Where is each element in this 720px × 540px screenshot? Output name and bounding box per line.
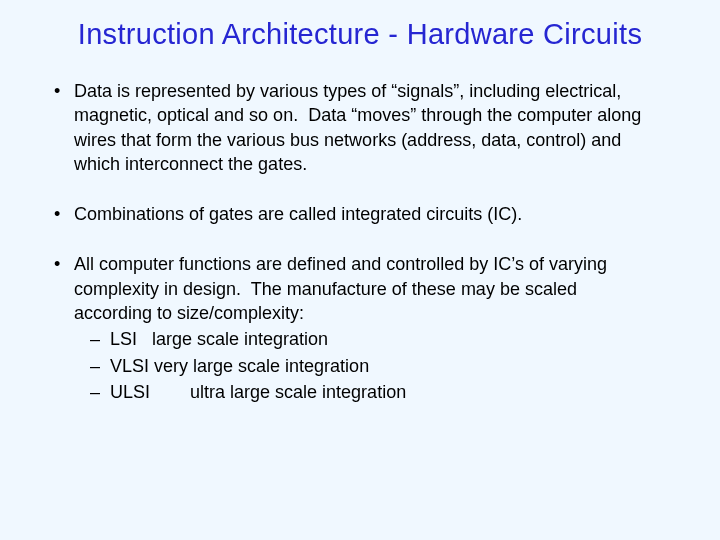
bullet-item: Combinations of gates are called integra… (74, 202, 688, 226)
bullet-item: Data is represented by various types of … (74, 79, 688, 176)
sub-bullet-item: LSI large scale integration (110, 327, 658, 351)
sub-bullet-text: LSI large scale integration (110, 329, 328, 349)
slide-content: Data is represented by various types of … (32, 79, 688, 404)
bullet-text: Data is represented by various types of … (74, 81, 641, 174)
sub-bullet-item: ULSI ultra large scale integration (110, 380, 658, 404)
bullet-item: All computer functions are defined and c… (74, 252, 688, 404)
bullet-text: All computer functions are defined and c… (74, 254, 607, 323)
slide-title: Instruction Architecture - Hardware Circ… (32, 18, 688, 51)
bullet-text: Combinations of gates are called integra… (74, 204, 522, 224)
sub-bullet-text: ULSI ultra large scale integration (110, 382, 406, 402)
sub-bullet-text: VLSI very large scale integration (110, 356, 369, 376)
sub-bullet-item: VLSI very large scale integration (110, 354, 658, 378)
